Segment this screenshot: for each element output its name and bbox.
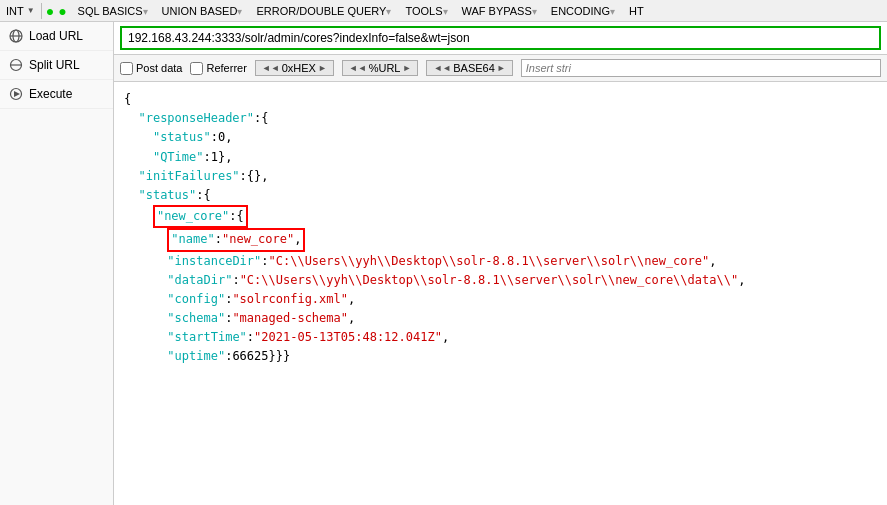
nav-tools[interactable]: TOOLS▾: [398, 3, 454, 19]
options-bar: Post data Referrer ◄◄ 0xHEX ► ◄◄ %URL ► …: [114, 55, 887, 82]
base64-left-arrow: ◄◄: [433, 63, 451, 73]
status-dot: ●: [46, 3, 54, 19]
nav-int-label: INT: [6, 5, 24, 17]
nav-sql-basics[interactable]: SQL BASICS▾: [71, 3, 155, 19]
json-line-6: "new_core":{: [124, 205, 877, 228]
nav-int-arrow: ▼: [27, 6, 35, 15]
json-line-7: "name":"new_core",: [124, 228, 877, 251]
base64-encode-button[interactable]: ◄◄ BASE64 ►: [426, 60, 512, 76]
json-line-5: "status":{: [124, 186, 877, 205]
main-layout: Load URL Split URL Execute: [0, 22, 887, 505]
top-nav: INT ▼ ● ● SQL BASICS▾ UNION BASED▾ ERROR…: [0, 0, 887, 22]
sidebar-split-url[interactable]: Split URL: [0, 51, 113, 80]
referrer-label: Referrer: [206, 62, 246, 74]
base64-label: BASE64: [453, 62, 495, 74]
post-data-label: Post data: [136, 62, 182, 74]
url-input[interactable]: [120, 26, 881, 50]
nav-error-double[interactable]: ERROR/DOUBLE QUERY▾: [249, 3, 398, 19]
json-line-2: "status":0,: [124, 128, 877, 147]
sidebar: Load URL Split URL Execute: [0, 22, 114, 505]
sidebar-split-url-label: Split URL: [29, 58, 80, 72]
url-encode-button[interactable]: ◄◄ %URL ►: [342, 60, 419, 76]
new-core-highlight-box: "new_core":{: [153, 205, 248, 228]
json-line-13: "uptime":66625}}}: [124, 347, 877, 366]
globe-icon: [8, 28, 24, 44]
referrer-checkbox[interactable]: [190, 62, 203, 75]
url-label: %URL: [369, 62, 401, 74]
sidebar-execute[interactable]: Execute: [0, 80, 113, 109]
hex-encode-button[interactable]: ◄◄ 0xHEX ►: [255, 60, 334, 76]
json-line-4: "initFailures":{},: [124, 167, 877, 186]
nav-encoding[interactable]: ENCODING▾: [544, 3, 622, 19]
json-line-11: "schema":"managed-schema",: [124, 309, 877, 328]
referrer-checkbox-label[interactable]: Referrer: [190, 62, 246, 75]
hex-right-arrow: ►: [318, 63, 327, 73]
url-left-arrow: ◄◄: [349, 63, 367, 73]
post-data-checkbox[interactable]: [120, 62, 133, 75]
svg-marker-6: [14, 91, 20, 97]
url-bar-area: [114, 22, 887, 55]
split-icon: [8, 57, 24, 73]
json-line-0: {: [124, 90, 877, 109]
name-highlight-box: "name":"new_core",: [167, 228, 305, 251]
sidebar-load-url-label: Load URL: [29, 29, 83, 43]
nav-union-based[interactable]: UNION BASED▾: [155, 3, 250, 19]
json-line-9: "dataDir":"C:\\Users\\yyh\\Desktop\\solr…: [124, 271, 877, 290]
content-area: Post data Referrer ◄◄ 0xHEX ► ◄◄ %URL ► …: [114, 22, 887, 505]
sidebar-execute-label: Execute: [29, 87, 72, 101]
sidebar-load-url[interactable]: Load URL: [0, 22, 113, 51]
play-icon: [8, 86, 24, 102]
post-data-checkbox-label[interactable]: Post data: [120, 62, 182, 75]
json-line-12: "startTime":"2021-05-13T05:48:12.041Z",: [124, 328, 877, 347]
nav-ht[interactable]: HT: [622, 3, 651, 19]
nav-waf-bypass[interactable]: WAF BYPASS▾: [455, 3, 544, 19]
json-line-10: "config":"solrconfig.xml",: [124, 290, 877, 309]
json-line-1: "responseHeader":{: [124, 109, 877, 128]
hex-label: 0xHEX: [282, 62, 316, 74]
base64-right-arrow: ►: [497, 63, 506, 73]
hex-left-arrow: ◄◄: [262, 63, 280, 73]
url-right-arrow: ►: [402, 63, 411, 73]
json-line-8: "instanceDir":"C:\\Users\\yyh\\Desktop\\…: [124, 252, 877, 271]
json-output: { "responseHeader":{ "status":0, "QTime"…: [114, 82, 887, 505]
status-dot2: ●: [58, 3, 66, 19]
nav-int[interactable]: INT ▼: [0, 3, 42, 19]
json-line-3: "QTime":1},: [124, 148, 877, 167]
insert-string-input[interactable]: [521, 59, 881, 77]
